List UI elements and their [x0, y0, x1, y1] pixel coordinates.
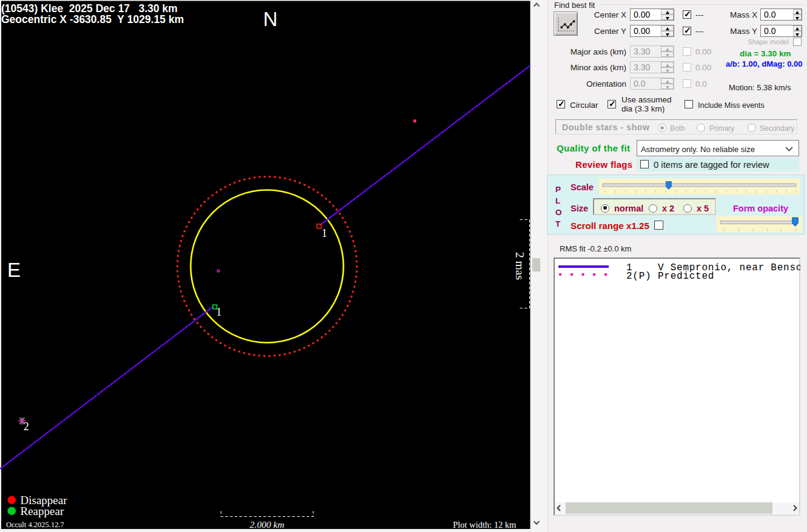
svg-text:Predicted: Predicted	[658, 271, 714, 282]
svg-text:2(P): 2(P)	[626, 271, 651, 282]
svg-text:Plot width: 12 km: Plot width: 12 km	[453, 520, 517, 529]
svg-text:Occult 4.2025.12.7: Occult 4.2025.12.7	[6, 520, 64, 529]
svg-text:N: N	[263, 8, 278, 30]
svg-text:Reappear: Reappear	[21, 505, 64, 517]
svg-text:1: 1	[216, 306, 222, 318]
svg-text:1: 1	[322, 227, 327, 239]
svg-text:2.000 km: 2.000 km	[250, 519, 284, 529]
svg-text:2 mas: 2 mas	[514, 252, 526, 280]
svg-text:(10543) Klee 2025 Dec 17 3.: (10543) Klee 2025 Dec 17 3.30 km	[1, 2, 178, 15]
svg-text:Geocentric X -3630.85 Y 1029.: Geocentric X -3630.85 Y 1029.15 km	[1, 13, 184, 25]
svg-text:E: E	[7, 259, 21, 281]
svg-text:2: 2	[24, 421, 29, 433]
